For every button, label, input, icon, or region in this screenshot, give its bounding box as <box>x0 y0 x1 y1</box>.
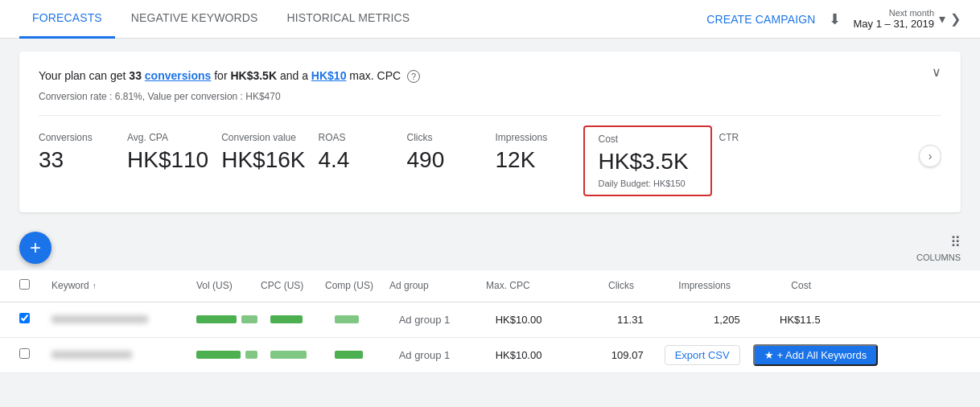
row2-checkbox-col[interactable] <box>19 348 45 361</box>
metric-impressions-value: 12K <box>495 146 570 174</box>
table-row: Ad group 1 HK$10.00 11.31 1,205 HK$11.5 <box>0 302 980 338</box>
add-all-keywords-label: + Add All Keywords <box>777 349 867 361</box>
and-text: and a <box>280 69 311 82</box>
metric-cost: Cost HK$3.5K Daily Budget: HK$150 <box>583 125 712 196</box>
row2-impressions: Export CSV <box>650 345 747 365</box>
row2-keyword <box>45 349 190 361</box>
th-cost-label: Cost <box>791 280 811 291</box>
row1-checkbox-col[interactable] <box>19 313 45 326</box>
th-adgroup-label: Ad group <box>389 280 429 291</box>
metric-avg-cpa-value: HK$110 <box>127 146 208 174</box>
th-clicks-label: Clicks <box>608 280 634 291</box>
date-range-chevron-down[interactable]: ▾ <box>939 11 945 27</box>
tab-forecasts[interactable]: FORECASTS <box>19 0 115 39</box>
action-row: + ⠿ COLUMNS <box>0 225 980 270</box>
metric-cost-value: HK$3.5K <box>598 148 698 175</box>
export-csv-button[interactable]: Export CSV <box>665 345 740 365</box>
max-cpc-link[interactable]: HK$10 <box>311 69 347 82</box>
th-keyword-label: Keyword <box>51 280 89 291</box>
keyword-sort-icon: ↑ <box>93 282 97 290</box>
row1-maxcpc: HK$10.00 <box>489 314 570 326</box>
metric-cost-label: Cost <box>598 134 698 145</box>
metric-conversion-value-label: Conversion value <box>221 132 305 143</box>
th-maxcpc-label: Max. CPC <box>486 280 530 291</box>
metric-clicks-value: 490 <box>406 146 482 174</box>
row1-comp-bar <box>335 315 359 323</box>
download-icon[interactable]: ⬇ <box>829 10 841 28</box>
metric-conversions-value: 33 <box>39 146 114 174</box>
row2-adgroup: Ad group 1 <box>393 349 489 361</box>
date-range-chevron-left[interactable]: ❯ <box>950 11 961 27</box>
metric-impressions: Impressions 12K <box>495 125 583 180</box>
add-all-keywords-button[interactable]: ★ + Add All Keywords <box>753 344 879 366</box>
th-cost[interactable]: Cost <box>737 280 817 291</box>
metrics-nav-right[interactable]: › <box>919 145 941 167</box>
row2-vol-bar <box>196 351 241 359</box>
help-icon[interactable]: ? <box>407 70 420 83</box>
next-month-label: Next month <box>889 8 934 18</box>
th-impressions[interactable]: Impressions <box>640 280 737 291</box>
columns-label: COLUMNS <box>916 253 961 262</box>
header-checkbox[interactable] <box>19 279 30 290</box>
collapse-button[interactable]: ∨ <box>932 64 941 80</box>
metric-roas-value: 4.4 <box>318 146 393 174</box>
top-bar-right: CREATE CAMPAIGN ⬇ Next month May 1 – 31,… <box>706 8 961 30</box>
row1-checkbox[interactable] <box>19 313 30 323</box>
metric-conversion-value: Conversion value HK$16K <box>221 125 318 180</box>
forecast-card: ∨ Your plan can get 33 conversions for H… <box>19 51 961 212</box>
tab-bar: FORECASTS NEGATIVE KEYWORDS HISTORICAL M… <box>0 0 980 39</box>
add-star-icon: ★ <box>764 349 774 361</box>
select-all-checkbox[interactable] <box>19 279 45 292</box>
tab-historical-metrics[interactable]: HISTORICAL METRICS <box>274 0 423 39</box>
row1-cost: HK$11.5 <box>747 314 827 326</box>
keywords-table: Keyword ↑ Vol (US) CPC (US) Comp (US) Ad… <box>0 270 980 373</box>
metric-conversions: Conversions 33 <box>39 125 127 180</box>
row1-adgroup: Ad group 1 <box>393 314 489 326</box>
metric-cost-sub: Daily Budget: HK$150 <box>598 179 698 188</box>
row1-keyword <box>45 314 190 326</box>
max-cpc-text: max. CPC <box>349 69 401 82</box>
th-comp[interactable]: Comp (US) <box>319 280 383 291</box>
add-fab-button[interactable]: + <box>19 232 51 264</box>
row2-cpc <box>264 349 328 361</box>
row2-vol <box>190 349 264 361</box>
row2-maxcpc: HK$10.00 <box>489 349 570 361</box>
tab-negative-keywords[interactable]: NEGATIVE KEYWORDS <box>118 0 271 39</box>
row1-impressions: 1,205 <box>650 314 747 326</box>
th-vol-label: Vol (US) <box>196 280 233 291</box>
metric-roas-label: ROAS <box>318 132 393 143</box>
metric-roas: ROAS 4.4 <box>318 125 406 180</box>
metric-impressions-label: Impressions <box>495 132 570 143</box>
row1-vol <box>190 314 264 326</box>
metric-clicks-label: Clicks <box>406 132 482 143</box>
row1-comp <box>328 314 393 326</box>
th-cpc[interactable]: CPC (US) <box>254 280 319 291</box>
metric-avg-cpa: Avg. CPA HK$110 <box>127 125 221 180</box>
forecast-subtext: Conversion rate : 6.81%, Value per conve… <box>39 91 941 102</box>
date-range-value: May 1 – 31, 2019 <box>854 18 934 30</box>
metrics-row: Conversions 33 Avg. CPA HK$110 Conversio… <box>39 115 941 196</box>
forecast-summary: Your plan can get 33 conversions for HK$… <box>39 68 941 84</box>
th-cpc-label: CPC (US) <box>261 280 303 291</box>
row2-comp-bar <box>335 351 363 359</box>
columns-button[interactable]: ⠿ COLUMNS <box>916 233 961 262</box>
row2-clicks: 109.07 <box>570 349 650 361</box>
conversions-count: 33 <box>129 69 142 82</box>
date-range-selector[interactable]: Next month May 1 – 31, 2019 ▾ ❯ <box>854 8 961 30</box>
metric-clicks: Clicks 490 <box>406 125 495 180</box>
table-row: Ad group 1 HK$10.00 109.07 Export CSV ★ … <box>0 338 980 373</box>
th-keyword[interactable]: Keyword ↑ <box>45 280 190 291</box>
th-clicks[interactable]: Clicks <box>560 280 640 291</box>
th-comp-label: Comp (US) <box>325 280 373 291</box>
row1-clicks: 11.31 <box>570 314 650 326</box>
conversions-link[interactable]: conversions <box>145 69 211 82</box>
th-maxcpc[interactable]: Max. CPC <box>480 280 560 291</box>
th-vol[interactable]: Vol (US) <box>190 280 254 291</box>
create-campaign-button[interactable]: CREATE CAMPAIGN <box>706 13 815 26</box>
row2-checkbox[interactable] <box>19 348 30 359</box>
row1-vol-bar <box>196 315 237 323</box>
row2-comp <box>328 349 393 361</box>
th-adgroup[interactable]: Ad group <box>383 280 480 291</box>
row2-cpc-bar <box>270 351 307 359</box>
row1-keyword-blurred <box>51 315 148 323</box>
